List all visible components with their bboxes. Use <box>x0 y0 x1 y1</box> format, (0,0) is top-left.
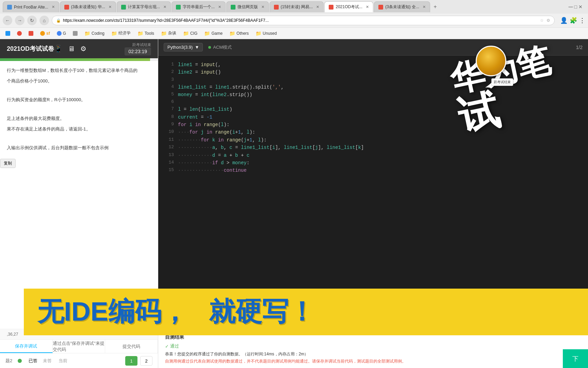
menu-icon[interactable]: ⋮ <box>579 17 585 24</box>
page-2-label: 2 <box>145 358 147 364</box>
line-num-15: 15 <box>164 167 174 174</box>
tab-test-cases[interactable]: 保存并调试 <box>0 340 53 353</box>
tab-close-8[interactable]: ✕ <box>423 5 426 9</box>
line-code-2: line2 = input() <box>178 68 221 76</box>
bookmark-coding-label: Coding <box>92 31 104 36</box>
bookmark-sf-label: sf <box>46 31 50 36</box>
code-line-1: 1 line1 = input(, <box>158 61 588 68</box>
bookmark-yt[interactable] <box>26 30 36 36</box>
tab-2[interactable]: (3条未读通知) 华... ✕ <box>60 1 116 12</box>
tab-7[interactable]: 2021OD考试... ✕ <box>324 1 373 12</box>
bookmark-cig-label: CIG <box>190 31 197 36</box>
bookmark-game[interactable]: 📁 Game <box>201 30 225 37</box>
tab-favicon-1 <box>7 5 12 10</box>
bookmark-economics[interactable]: 📁 经济学 <box>109 30 133 37</box>
next-button[interactable]: 下 <box>563 349 588 368</box>
settings-icon[interactable]: ⚙ <box>80 45 86 53</box>
right-panel: Python3(3.9) ▼ ACM模式 1/2 1 line1 = input… <box>158 39 588 368</box>
code-line-7: 7 l = len(line1_list) <box>158 106 588 113</box>
question-line-1: 行为一维整型数组M，数组长度小于100，数组元素记录单个商品的 <box>7 66 151 74</box>
star-icon[interactable]: ☆ <box>540 18 544 23</box>
code-line-9: 9 for i in range(l): <box>158 121 588 128</box>
tab-close-4[interactable]: ✕ <box>218 5 221 9</box>
tab-more[interactable]: 提交代码 <box>105 340 158 353</box>
tab-close-2[interactable]: ✕ <box>109 5 112 9</box>
tab-close-3[interactable]: ✕ <box>163 5 166 9</box>
tab-5[interactable]: 微信网页版 ✕ <box>226 1 269 12</box>
toolbar-icons: 👤 🧩 ⋮ <box>560 17 585 24</box>
tab-label-8: (3条未读通知) 全... <box>385 4 419 10</box>
tab-3[interactable]: 计算某字母出现... ✕ <box>117 1 171 12</box>
maximize-button[interactable]: □ <box>574 4 577 10</box>
profile-icon[interactable]: 👤 <box>560 17 568 24</box>
language-label: Python3(3.9) <box>167 45 193 50</box>
extensions-icon[interactable]: 🧩 <box>570 17 577 24</box>
tab-1[interactable]: Print FooBar Alte... ✕ <box>3 1 59 12</box>
line-code-7: l = len(line1_list) <box>178 106 232 113</box>
line-num-6: 6 <box>164 98 174 106</box>
tab-6[interactable]: (15封未读) 网易... ✕ <box>270 1 324 12</box>
tab-close-7[interactable]: ✕ <box>366 5 369 9</box>
code-action-bar: 保存并调试 提交代码 <box>158 314 588 330</box>
bookmark-misc[interactable] <box>70 30 80 36</box>
exam-header: 2021OD考试试卷 📱 🖥 ⚙ 距考试结束 02:23:19 <box>0 39 158 58</box>
acm-dot-icon <box>208 46 211 49</box>
question-text: 行为一维整型数组M，数组长度小于100，数组元素记录单个商品的 个商品价格小于1… <box>0 61 158 329</box>
forward-button[interactable]: → <box>15 16 24 25</box>
tab-favicon-3 <box>121 5 126 10</box>
tab-4[interactable]: 字符串最后一个... ✕ <box>172 1 226 12</box>
bookmark-coding[interactable]: 📁 Coding <box>82 30 107 37</box>
checkmark-icon: ✓ <box>165 344 169 349</box>
unanswered-label: 未答 <box>43 358 52 364</box>
bookmark-tools[interactable]: 📁 Tools <box>135 30 157 37</box>
bookmark-zaitan[interactable]: 📁 杂谈 <box>158 30 179 37</box>
line-num-14: 14 <box>164 159 174 166</box>
line-code-11: ········for k in range(j+1, l): <box>178 136 267 144</box>
folder-icon-tools: 📁 <box>137 31 143 36</box>
page-2-button[interactable]: 2 <box>140 356 152 366</box>
acm-mode-label: ACM模式 <box>213 44 232 50</box>
bookmark-unused[interactable]: 📁 Unused <box>253 30 279 37</box>
result-area: 自测结果 ✓ 通过 恭喜！您提交的程序通过了你的自测数据。（运行时间:14ms，… <box>158 330 588 368</box>
bookmark-q[interactable] <box>14 30 24 36</box>
language-selector[interactable]: Python3(3.9) ▼ <box>164 43 203 51</box>
bookmark-others[interactable]: 📁 Others <box>227 30 251 37</box>
reload-button[interactable]: ↻ <box>27 16 37 25</box>
tab-close-1[interactable]: ✕ <box>52 5 55 9</box>
mobile-icon[interactable]: 📱 <box>54 45 63 53</box>
tab-submit-info[interactable]: 通过点击"保存并调试"来提交代码 <box>53 340 105 353</box>
page-1-button[interactable]: 1 <box>125 356 137 366</box>
home-button[interactable]: ⌂ <box>39 16 49 25</box>
progress-bar <box>0 58 150 61</box>
line-code-14: ············if d > money: <box>178 159 249 167</box>
bookmark-b[interactable] <box>3 30 13 36</box>
submit-code-button[interactable]: 提交代码 <box>203 317 235 328</box>
save-debug-button[interactable]: 保存并调试 <box>164 317 199 327</box>
bookmark-others-label: Others <box>236 31 249 36</box>
url-input[interactable] <box>63 18 537 23</box>
tab-8[interactable]: (3条未读通知) 全... ✕ <box>374 1 430 12</box>
lock-icon: 🔒 <box>56 18 61 23</box>
code-area[interactable]: 1 line1 = input(, 2 line2 = input() 3 4 … <box>158 56 588 314</box>
copy-button[interactable]: 复制 <box>0 159 16 168</box>
desktop-icon[interactable]: 🖥 <box>68 45 75 53</box>
address-bar-row: ← → ↻ ⌂ 🔒 ☆ ⚙ 👤 🧩 ⋮ <box>0 14 588 27</box>
bookmark-g[interactable]: G <box>54 30 69 36</box>
extension-icon[interactable]: ⚙ <box>546 18 550 23</box>
address-bar[interactable]: 🔒 ☆ ⚙ <box>52 16 555 25</box>
result-warning: 自测用例通过仅代表自测试使用的数据通过，并不代表题目的测试用例均能通过。请保存并… <box>165 358 581 364</box>
bookmark-economics-label: 经济学 <box>118 30 131 36</box>
line-num-11: 11 <box>164 136 174 143</box>
tab-label-3: 计算某字母出现... <box>128 4 160 10</box>
close-window-button[interactable]: ✕ <box>578 4 583 10</box>
new-tab-button[interactable]: + <box>431 2 439 11</box>
tab-close-5[interactable]: ✕ <box>261 5 264 9</box>
line-num-3: 3 <box>164 76 174 83</box>
back-button[interactable]: ← <box>3 16 12 25</box>
bookmark-sf[interactable]: sf <box>37 30 53 36</box>
tab-label-6: (15封未读) 网易... <box>281 4 313 10</box>
folder-icon-others: 📁 <box>229 31 235 36</box>
tab-close-6[interactable]: ✕ <box>316 5 319 9</box>
minimize-button[interactable]: ─ <box>569 3 573 11</box>
bookmark-cig[interactable]: 📁 CIG <box>180 30 200 37</box>
